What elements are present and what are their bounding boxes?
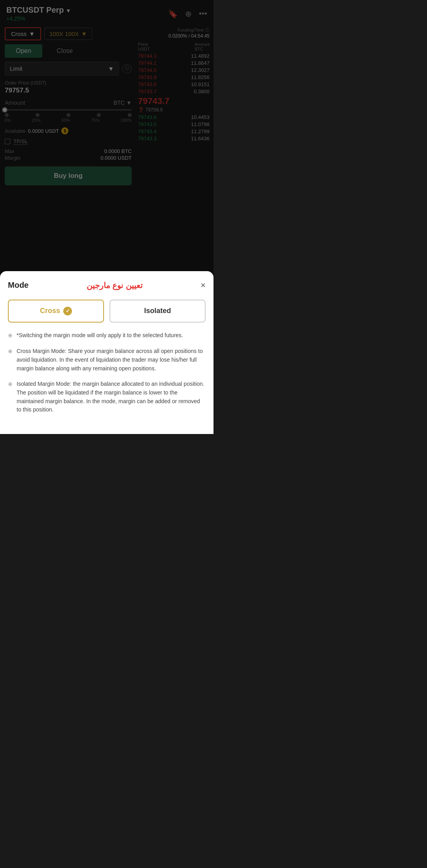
modal-header: Mode تعیین نوع مارجین × — [8, 281, 206, 290]
modal-close-icon: × — [200, 280, 206, 290]
isolated-mode-label: Isolated — [144, 307, 171, 315]
modal-sheet: Mode تعیین نوع مارجین × Cross ✓ Isolated… — [0, 271, 214, 434]
modal-close-button[interactable]: × — [200, 281, 206, 290]
mode-note-3: Isolated Margin Mode: the margin balance… — [8, 380, 206, 414]
isolated-mode-button[interactable]: Isolated — [110, 300, 206, 323]
mode-note-1: *Switching the margin mode will only app… — [8, 331, 206, 340]
cross-mode-label: Cross — [40, 307, 60, 315]
mode-note-3-text: Isolated Margin Mode: the margin balance… — [17, 380, 206, 414]
modal-subtitle: تعیین نوع مارجین — [87, 281, 143, 290]
mode-buttons: Cross ✓ Isolated — [8, 300, 206, 323]
cross-mode-button[interactable]: Cross ✓ — [8, 300, 104, 323]
modal-title: Mode — [8, 281, 28, 290]
cross-check-icon: ✓ — [63, 307, 72, 315]
mode-info-list: *Switching the margin mode will only app… — [8, 331, 206, 415]
mode-note-2-text: Cross Margin Mode: Share your margin bal… — [17, 347, 206, 373]
modal-overlay: Mode تعیین نوع مارجین × Cross ✓ Isolated… — [0, 0, 214, 434]
mode-note-1-text: *Switching the margin mode will only app… — [17, 331, 183, 340]
mode-note-2: Cross Margin Mode: Share your margin bal… — [8, 347, 206, 373]
